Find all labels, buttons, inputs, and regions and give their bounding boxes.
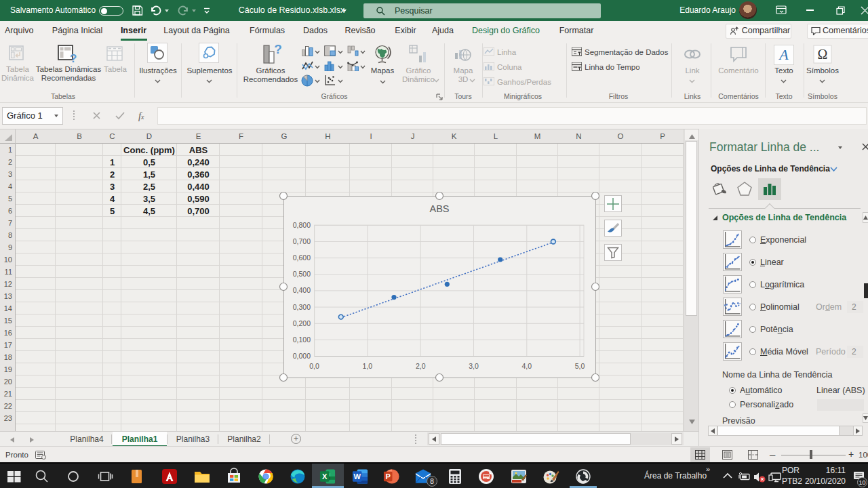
svg-text:W: W [353,472,361,481]
svg-text:X: X [322,472,328,481]
svg-text:0,0: 0,0 [309,362,319,370]
svg-text:0,700: 0,700 [293,237,311,245]
svg-text:3,0: 3,0 [469,362,479,370]
svg-text:ABS: ABS [429,203,449,214]
svg-text:0,600: 0,600 [293,253,311,262]
svg-text:4,0: 4,0 [521,362,532,370]
svg-text:0,800: 0,800 [293,221,311,229]
svg-text:0,400: 0,400 [293,286,311,294]
svg-text:1,0: 1,0 [363,362,373,370]
svg-text:?: ? [274,44,282,56]
svg-text:0,500: 0,500 [293,270,311,278]
svg-text:?: ? [70,52,77,64]
svg-text:P: P [385,472,390,481]
svg-text:5,0: 5,0 [575,362,585,370]
svg-text:0,200: 0,200 [293,319,311,327]
svg-text:Ω: Ω [818,47,828,62]
svg-text:0,000: 0,000 [293,352,311,360]
svg-text:A: A [778,47,789,63]
svg-text:0,100: 0,100 [293,336,311,344]
svg-text:0,300: 0,300 [293,303,311,311]
svg-text:2,0: 2,0 [416,362,426,370]
